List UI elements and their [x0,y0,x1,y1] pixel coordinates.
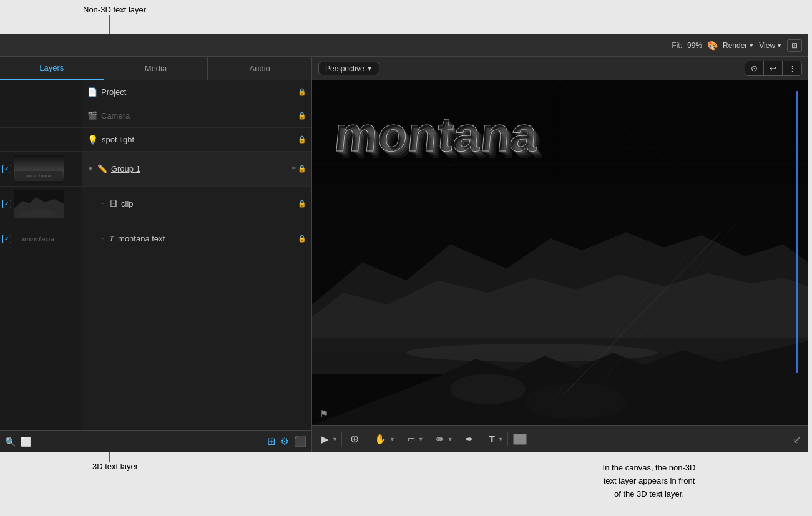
tool-group-paint: ✏ ▼ [433,432,457,447]
montana-text-name: montana text [118,234,294,243]
layers-list: 📄 Project 🔒 🎬 Camera 🔒 💡 [82,80,311,430]
tool-group-text: T ▼ [486,432,508,446]
tool-group-color [513,434,527,445]
clip-name: clip [121,199,294,208]
canvas-bottom-bar: ▶ ▼ ⊕ ✋ ▼ ▭ ▼ [312,425,808,452]
svg-point-27 [450,374,526,404]
montana-text-lock: 🔒 [298,235,306,243]
annotation-canvas-label: In the canvas, the non-3Dtext layer appe… [555,462,743,500]
perspective-button[interactable]: Perspective ▼ [318,62,379,75]
color-swatch-button[interactable] [513,434,527,445]
camera-name: Camera [101,111,294,120]
layer-row-project[interactable]: 📄 Project 🔒 [82,80,311,104]
spotlight-icon: 💡 [87,135,98,145]
fit-label: Fit: [672,41,682,50]
canvas-top-bar: Perspective ▼ ⊙ ↩ ⋮ [312,57,808,80]
canvas-3d-text: montana montana montana montana montana [337,101,774,176]
select-tool-dropdown[interactable]: ▼ [332,436,338,442]
annotation-non3d-label: Non-3D text layer [83,5,146,14]
layer-row-spotlight[interactable]: 💡 spot light 🔒 [82,128,311,152]
pan-tool-button[interactable]: ✋ [371,432,389,447]
project-icon: 📄 [87,87,97,97]
view-icon-3[interactable]: ⋮ [783,61,801,75]
thumb-row-spotlight [0,128,82,152]
transform-tool-button[interactable]: ⊕ [347,431,362,447]
fit-value[interactable]: 99% [687,41,702,50]
pen-tool-button[interactable]: ✒ [462,432,477,447]
thumbnail-montana-text: montana [14,225,64,253]
panel-toggle-icon[interactable]: ⬜ [21,437,31,447]
camera-lock: 🔒 [298,112,306,120]
export-icon[interactable]: ⬛ [294,436,306,447]
thumb-row-clip[interactable]: ✓ [0,187,82,221]
layer-row-montana-text[interactable]: └ T montana text 🔒 [82,221,311,256]
thumb-row-project [0,80,82,104]
layer-row-camera[interactable]: 🎬 Camera 🔒 [82,104,311,128]
svg-point-2 [20,210,57,217]
view-button[interactable]: View ▼ [759,41,782,50]
layer-row-clip[interactable]: └ 🎞 clip 🔒 [82,187,311,221]
annotation-3d-label: 3D text layer [92,462,138,471]
thumb-row-montana-text[interactable]: ✓ montana [0,221,82,256]
tab-media[interactable]: Media [104,57,208,80]
landscape-scene [312,184,808,425]
render-button[interactable]: Render ▼ [723,41,754,50]
group1-icon: ✏️ [97,164,107,173]
svg-point-28 [526,382,626,419]
clip-icon: 🎞 [109,199,117,208]
tab-layers[interactable]: Layers [0,57,104,80]
text-tool-button[interactable]: T [486,432,498,446]
tab-audio[interactable]: Audio [208,57,311,80]
thumb-row-camera [0,104,82,128]
thumbnails-strip: ✓ montana ✓ [0,80,82,430]
canvas-area: Perspective ▼ ⊙ ↩ ⋮ [312,57,808,452]
checkbox-group1[interactable]: ✓ [2,165,11,173]
project-name: Project [101,87,294,97]
search-icon[interactable]: 🔍 [5,437,16,447]
text-tool-dropdown[interactable]: ▼ [498,436,504,442]
grid-icon[interactable]: ⊞ [267,436,275,447]
layout-button[interactable]: ⊞ [787,39,802,52]
layer-row-group1[interactable]: ▼ ✏️ Group 1 ≡ 🔒 [82,152,311,187]
shape-tool-button[interactable]: ▭ [404,432,418,445]
tool-group-transform: ⊕ [347,431,366,447]
panel-bottom-bar: 🔍 ⬜ ⊞ ⚙ ⬛ [0,430,311,452]
thumb-row-group1[interactable]: ✓ montana [0,152,82,187]
select-tool-button[interactable]: ▶ [318,432,332,447]
canvas-expand-button[interactable]: ↙ [793,432,802,446]
montana-text-icon: T [109,234,114,243]
shape-tool-dropdown[interactable]: ▼ [418,436,424,442]
top-bar: Fit: 99% 🎨 Render ▼ View ▼ ⊞ [0,34,808,57]
group1-disclosure: ▼ [87,165,94,172]
tool-group-pen: ✒ [462,432,481,447]
montana-connector: └ [100,235,104,242]
tool-group-select: ▶ ▼ [318,432,342,447]
selection-handle[interactable] [796,91,798,374]
thumbnail-clip [14,190,64,218]
checkbox-clip[interactable]: ✓ [2,200,11,208]
canvas-view-icons: ⊙ ↩ ⋮ [745,61,802,76]
app-window: Fit: 99% 🎨 Render ▼ View ▼ ⊞ Layers [0,34,808,452]
canvas-viewport[interactable]: montana montana montana montana montana … [312,80,808,425]
checkbox-montana-text[interactable]: ✓ [2,235,11,243]
tool-group-shape: ▭ ▼ [404,432,428,445]
thumbnail-group1: montana [14,155,64,183]
clip-lock: 🔒 [298,200,306,208]
spotlight-name: spot light [102,135,294,144]
spotlight-lock: 🔒 [298,135,306,144]
panel-tabs: Layers Media Audio [0,57,311,80]
paint-tool-button[interactable]: ✏ [433,432,448,447]
view-icon-1[interactable]: ⊙ [745,61,764,75]
view-icon-2[interactable]: ↩ [764,61,783,75]
group1-extra-icons: ≡ 🔒 [292,165,306,173]
color-icon[interactable]: 🎨 [707,41,718,51]
pan-tool-dropdown[interactable]: ▼ [389,436,395,442]
group1-name: Group 1 [111,164,288,173]
project-lock: 🔒 [298,88,306,96]
paint-tool-dropdown[interactable]: ▼ [448,436,453,442]
tool-group-pan: ✋ ▼ [371,432,399,447]
left-panel: Layers Media Audio [0,57,312,452]
settings-icon[interactable]: ⚙ [280,436,289,447]
svg-text:montana: montana [332,107,540,162]
playhead-indicator: ⚑ [320,408,328,420]
